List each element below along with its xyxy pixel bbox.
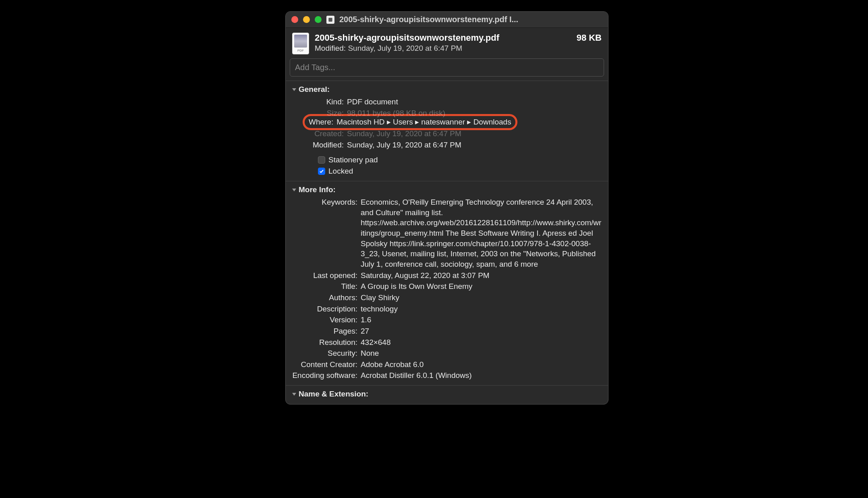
stationery-pad-checkbox[interactable] <box>318 156 325 164</box>
row-stationery-pad: Stationery pad <box>292 154 602 166</box>
row-pages: Pages: 27 <box>292 326 602 337</box>
section-more-info-header[interactable]: More Info: <box>292 185 602 197</box>
filesize: 98 KB <box>577 33 602 43</box>
last-opened-label: Last opened: <box>292 270 361 281</box>
stationery-pad-label: Stationery pad <box>328 156 378 164</box>
row-encoding-software: Encoding software: Acrobat Distiller 6.0… <box>292 370 602 381</box>
row-content-creator: Content Creator: Adobe Acrobat 6.0 <box>292 359 602 370</box>
locked-label: Locked <box>328 167 353 176</box>
row-title: Title: A Group is Its Own Worst Enemy <box>292 281 602 292</box>
traffic-lights <box>291 16 322 23</box>
row-size: Size: 98,011 bytes (98 KB on disk) <box>292 108 602 119</box>
section-general: General: Kind: PDF document Size: 98,011… <box>286 81 608 181</box>
row-modified: Modified: Sunday, July 19, 2020 at 6:47 … <box>292 139 602 151</box>
titlebar: 2005-shirky-agroupisitsownworstenemy.pdf… <box>286 12 608 28</box>
header-modified-value: Sunday, July 19, 2020 at 6:47 PM <box>348 44 462 52</box>
description-value: technology <box>361 304 602 314</box>
authors-value: Clay Shirky <box>361 293 602 303</box>
title-value: A Group is Its Own Worst Enemy <box>361 281 602 292</box>
content-creator-value: Adobe Acrobat 6.0 <box>361 359 602 370</box>
section-general-header[interactable]: General: <box>292 84 602 96</box>
row-created: Created: Sunday, July 19, 2020 at 6:47 P… <box>292 128 602 139</box>
minimize-button[interactable] <box>303 16 310 23</box>
header-modified: Modified: Sunday, July 19, 2020 at 6:47 … <box>315 44 602 53</box>
security-label: Security: <box>292 348 361 359</box>
keywords-label: Keywords: <box>292 197 361 208</box>
size-value: 98,011 bytes (98 KB on disk) <box>347 108 602 118</box>
description-label: Description: <box>292 304 361 314</box>
window-title: 2005-shirky-agroupisitsownworstenemy.pdf… <box>339 15 602 24</box>
zoom-button[interactable] <box>315 16 322 23</box>
title-label: Title: <box>292 281 361 292</box>
file-header: 2005-shirky-agroupisitsownworstenemy.pdf… <box>286 28 608 58</box>
section-more-info: More Info: Keywords: Economics, O'Reilly… <box>286 181 608 385</box>
content-creator-label: Content Creator: <box>292 359 361 370</box>
close-button[interactable] <box>291 16 298 23</box>
size-label: Size: <box>292 108 347 118</box>
modified-label: Modified: <box>292 140 347 150</box>
header-modified-label: Modified: <box>315 44 346 52</box>
kind-value: PDF document <box>347 97 602 107</box>
row-locked: Locked <box>292 166 602 177</box>
section-general-title: General: <box>299 85 330 94</box>
modified-value: Sunday, July 19, 2020 at 6:47 PM <box>347 140 602 150</box>
file-icon <box>292 33 309 54</box>
security-value: None <box>361 348 602 359</box>
tags-input[interactable]: Add Tags... <box>290 58 604 77</box>
get-info-window: 2005-shirky-agroupisitsownworstenemy.pdf… <box>285 11 608 405</box>
row-resolution: Resolution: 432×648 <box>292 337 602 348</box>
created-label: Created: <box>292 129 347 139</box>
section-more-info-title: More Info: <box>299 185 336 194</box>
encoding-software-value: Acrobat Distiller 6.0.1 (Windows) <box>361 370 602 381</box>
authors-label: Authors: <box>292 293 361 303</box>
last-opened-value: Saturday, August 22, 2020 at 3:07 PM <box>361 270 602 281</box>
chevron-down-icon <box>292 189 296 191</box>
filename: 2005-shirky-agroupisitsownworstenemy.pdf <box>315 33 499 43</box>
encoding-software-label: Encoding software: <box>292 370 361 381</box>
row-last-opened: Last opened: Saturday, August 22, 2020 a… <box>292 270 602 281</box>
chevron-down-icon <box>292 88 296 91</box>
keywords-value: Economics, O'Reilly Emerging Technology … <box>361 197 602 269</box>
row-security: Security: None <box>292 348 602 359</box>
svg-rect-0 <box>328 18 332 21</box>
kind-label: Kind: <box>292 97 347 107</box>
version-label: Version: <box>292 315 361 325</box>
created-value: Sunday, July 19, 2020 at 6:47 PM <box>347 129 602 139</box>
row-version: Version: 1.6 <box>292 314 602 326</box>
row-description: Description: technology <box>292 303 602 315</box>
resolution-value: 432×648 <box>361 337 602 348</box>
section-name-extension-title: Name & Extension: <box>299 390 368 398</box>
pages-value: 27 <box>361 326 602 336</box>
pages-label: Pages: <box>292 326 361 336</box>
section-name-extension: Name & Extension: <box>286 385 608 404</box>
row-kind: Kind: PDF document <box>292 96 602 108</box>
chevron-down-icon <box>292 393 296 396</box>
locked-checkbox[interactable] <box>318 168 325 175</box>
section-name-extension-header[interactable]: Name & Extension: <box>292 389 602 401</box>
row-keywords: Keywords: Economics, O'Reilly Emerging T… <box>292 197 602 270</box>
resolution-label: Resolution: <box>292 337 361 348</box>
version-value: 1.6 <box>361 315 602 325</box>
row-authors: Authors: Clay Shirky <box>292 292 602 303</box>
preview-app-icon <box>326 16 334 24</box>
